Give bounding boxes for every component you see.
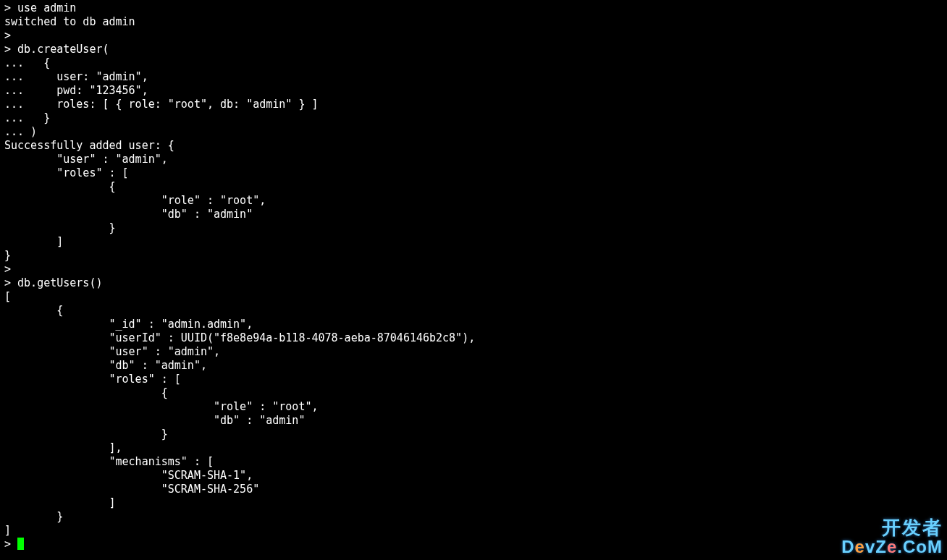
terminal-line: ... ) xyxy=(4,125,37,138)
terminal-line: > xyxy=(4,29,11,42)
terminal-line: "db" : "admin" xyxy=(4,414,305,427)
terminal-line: switched to db admin xyxy=(4,15,135,28)
terminal-line: } xyxy=(4,221,116,234)
terminal-line: "db" : "admin" xyxy=(4,208,253,221)
terminal-line: "role" : "root", xyxy=(4,400,318,413)
terminal-line: > db.createUser( xyxy=(4,43,109,56)
terminal-line: ... { xyxy=(4,56,50,69)
terminal-line: "_id" : "admin.admin", xyxy=(4,318,253,331)
terminal-line: "mechanisms" : [ xyxy=(4,455,214,468)
terminal-line: } xyxy=(4,510,63,523)
terminal-line: { xyxy=(4,180,116,193)
terminal-line: > db.getUsers() xyxy=(4,276,102,289)
terminal-line: "db" : "admin", xyxy=(4,359,207,372)
terminal-line: ] xyxy=(4,235,63,248)
terminal-line: ] xyxy=(4,496,116,509)
terminal-line: "SCRAM-SHA-1", xyxy=(4,469,253,482)
terminal-line: } xyxy=(4,249,11,262)
terminal-line: > xyxy=(4,263,11,276)
terminal-line: ], xyxy=(4,441,122,454)
terminal-line: Successfully added user: { xyxy=(4,139,174,152)
terminal-line: "roles" : [ xyxy=(4,373,181,386)
terminal-line: "SCRAM-SHA-256" xyxy=(4,483,259,496)
terminal-line: > use admin xyxy=(4,1,76,14)
terminal-line: ... roles: [ { role: "root", db: "admin"… xyxy=(4,98,318,111)
terminal-line: ... pwd: "123456", xyxy=(4,84,148,97)
terminal-output[interactable]: > use admin switched to db admin > > db.… xyxy=(0,0,947,553)
terminal-line: { xyxy=(4,304,63,317)
terminal-line: ] xyxy=(4,524,11,537)
terminal-line: ... } xyxy=(4,111,50,124)
terminal-line: ... user: "admin", xyxy=(4,70,148,83)
terminal-line: [ xyxy=(4,290,11,303)
terminal-line: "role" : "root", xyxy=(4,194,266,207)
terminal-line: { xyxy=(4,386,168,399)
terminal-line: } xyxy=(4,428,168,441)
cursor-icon xyxy=(17,538,24,550)
terminal-line: "roles" : [ xyxy=(4,166,129,179)
terminal-line: "user" : "admin", xyxy=(4,153,168,166)
terminal-line: "userId" : UUID("f8e8e94a-b118-4078-aeba… xyxy=(4,331,475,344)
terminal-prompt[interactable]: > xyxy=(4,538,17,551)
terminal-line: "user" : "admin", xyxy=(4,345,220,358)
